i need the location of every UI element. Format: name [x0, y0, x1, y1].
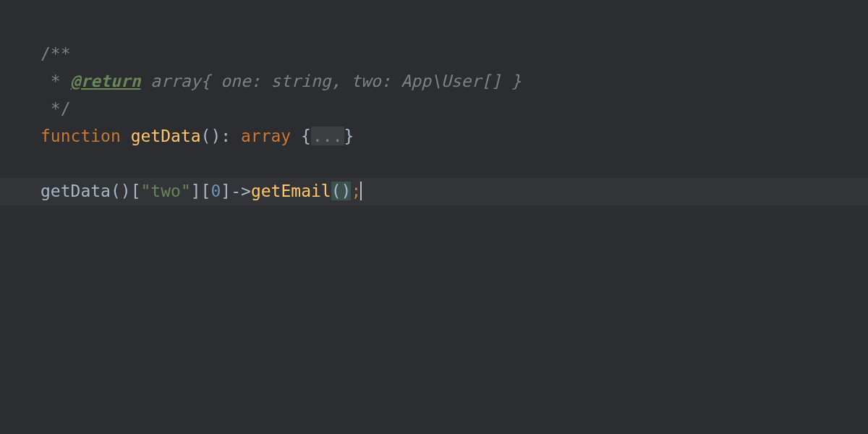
function-name: getData	[131, 127, 201, 145]
doc-return-text: array{ one: string, two: App\User[] }	[140, 72, 521, 90]
call-parens: ()	[111, 182, 131, 200]
paren-highlight-open: (	[331, 182, 341, 200]
paren-highlight-close: )	[341, 182, 352, 200]
doc-comment-close: */	[41, 99, 71, 118]
arrow-operator: ->	[231, 182, 251, 200]
colon: :	[221, 127, 241, 145]
space	[291, 127, 301, 145]
bracket-open: [	[131, 182, 141, 200]
bracket-open: [	[201, 182, 211, 200]
brace-open: {	[301, 127, 311, 145]
bracket-close: ]	[191, 182, 201, 200]
doc-comment-star: *	[41, 72, 71, 90]
code-line: function getData(): array {...}	[41, 123, 868, 150]
function-parens: ()	[201, 127, 221, 145]
code-editor[interactable]: /** * @return array{ one: string, two: A…	[0, 0, 868, 205]
current-line: getData()["two"][0]->getEmail();	[0, 178, 868, 205]
doc-return-tag: @return	[71, 72, 141, 90]
index-number: 0	[210, 182, 221, 200]
space	[121, 127, 131, 145]
call-name: getData	[41, 182, 111, 200]
collapsed-fold[interactable]: ...	[311, 127, 344, 145]
code-line: /**	[41, 41, 868, 68]
doc-comment-open: /**	[41, 44, 71, 63]
keyword-function: function	[41, 127, 121, 145]
bracket-close: ]	[221, 182, 231, 200]
return-type: array	[241, 127, 291, 145]
method-call: getEmail	[251, 182, 331, 200]
semicolon: ;	[351, 182, 361, 200]
code-line: * @return array{ one: string, two: App\U…	[41, 68, 868, 95]
brace-close: }	[344, 127, 354, 145]
text-cursor	[360, 182, 362, 200]
string-key: "two"	[141, 182, 191, 200]
code-line: */	[41, 95, 868, 123]
